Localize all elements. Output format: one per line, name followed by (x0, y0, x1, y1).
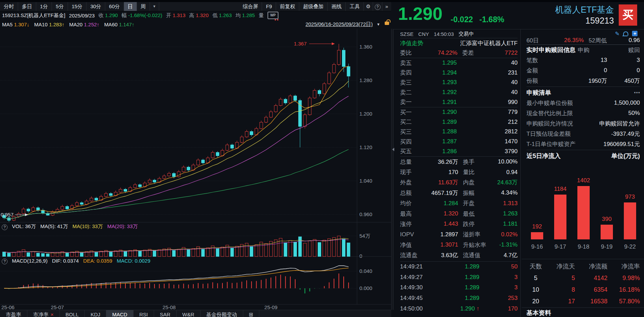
panel-collapse-handle[interactable] (391, 29, 394, 310)
add-plus-icon[interactable]: + (632, 31, 638, 36)
toolbar-actions: 综合屏F9前复权超级叠加画线工具 (239, 2, 364, 11)
ma-value: 1.307↓ (14, 22, 29, 27)
level-price: 1.290 (419, 109, 486, 116)
close-icon[interactable]: × (51, 312, 54, 317)
kline-chart[interactable]: 1.3601.2801.2001.1201.0400.96054万00.0400… (0, 0, 391, 317)
list-label: T-1日单位申赎资产 (526, 140, 576, 148)
level-price: 1.288 (419, 128, 486, 135)
period-tab-周[interactable]: 周 (137, 2, 150, 11)
ma-label: MA10 (34, 22, 49, 27)
toolbar-action-工具[interactable]: 工具 (346, 2, 364, 11)
period-tab-多日[interactable]: 多日 (18, 2, 36, 11)
tab-BOLL[interactable]: BOLL (60, 310, 85, 317)
ask-row[interactable]: 卖一1.291990 (400, 97, 518, 107)
weibi-row: 委比 74.22% 委差 7722 (400, 48, 518, 58)
settings-button[interactable]: ⚙ (364, 2, 373, 11)
tab-MACD[interactable]: MACD (106, 310, 133, 317)
toolbar-action-综合屏[interactable]: 综合屏 (239, 2, 262, 11)
fund-name: 机器人ETF基金 (555, 4, 614, 15)
ask-row[interactable]: 卖四1.294231 (400, 68, 518, 78)
macd-title: MACD(12,26,9) (12, 258, 47, 264)
basic-info-title[interactable]: 基本资料 (526, 309, 551, 317)
flow-bar (577, 186, 590, 239)
toolbar-action-前复权[interactable]: 前复权 (276, 2, 299, 11)
svg-text:1.360: 1.360 (359, 44, 372, 50)
bid-row[interactable]: 买四1.2871470 (400, 137, 518, 147)
ma-value: 1.252↑ (84, 22, 99, 27)
stat-value: 1.320 (421, 210, 458, 217)
wp-monitor-icon[interactable]: WP (268, 12, 278, 19)
list-value: 50% (628, 110, 640, 117)
tab-市盈率[interactable]: 市盈率 (0, 310, 27, 317)
period-tab-5分[interactable]: 5分 (52, 2, 68, 11)
tick-time: 14:49:21 (400, 263, 429, 270)
vol-ma-item: MA(10): 33万 (72, 223, 103, 230)
table-cell: 9.98% (607, 275, 640, 282)
tab-市净率[interactable]: 市净率× (27, 310, 60, 317)
ellipsis-icon[interactable]: ⋯ (634, 89, 640, 96)
vol-help-icon[interactable]: ? (2, 224, 8, 230)
nav-trend-row[interactable]: 净值走势 汇添富中证机器人ETF (400, 38, 518, 48)
tab-基金份额变动[interactable]: 基金份额变动 (201, 310, 243, 317)
macd-help-icon[interactable]: ? (2, 259, 8, 264)
level-qty: 1470 (486, 138, 518, 145)
date-range-link[interactable]: 2025/06/16-2025/09/23(72日) (305, 20, 373, 29)
toolbar-action-画线[interactable]: 画线 (328, 2, 346, 11)
creation-list-header[interactable]: 申赎清单 ⋯ (526, 88, 640, 98)
ask-row[interactable]: 卖二1.29240 (400, 88, 518, 97)
period-dropdown[interactable]: ▼ (150, 2, 159, 11)
weibi-value: 74.22% (417, 50, 457, 56)
period-tabs: 分时多日1分5分15分30分60分日周 (0, 2, 150, 11)
period-tab-分时[interactable]: 分时 (0, 2, 18, 11)
stat-label: 均价 (400, 199, 421, 207)
tick-price: 1.289 (429, 274, 486, 281)
stat-label: 净值 (400, 241, 421, 249)
ask-row[interactable]: 卖三1.29340 (400, 78, 518, 88)
toolbar-action-F9[interactable]: F9 (262, 2, 276, 11)
tab-KDJ[interactable]: KDJ (85, 310, 106, 317)
period-tab-15分[interactable]: 15分 (68, 2, 87, 11)
subscription-col-label: 申购 (578, 46, 607, 54)
period-tab-1分[interactable]: 1分 (36, 2, 52, 11)
flow-bar (601, 225, 613, 239)
divider (522, 259, 644, 259)
buy-button[interactable]: 买 (619, 4, 637, 26)
tab-RSI[interactable]: RSI (134, 310, 154, 317)
bid-row[interactable]: 买一1.290779 (400, 107, 518, 117)
stat-value: 24.63万 (489, 179, 518, 186)
bid-row[interactable]: 买五1.2863790 (400, 146, 518, 156)
list-label: 现金替代比例上限 (526, 109, 573, 117)
bid-row[interactable]: 买二1.289212 (400, 117, 518, 127)
ohlc-field: 幅 -1.68%(-0.022) (122, 12, 162, 19)
tab-W&R[interactable]: W&R (177, 310, 201, 317)
toolbar-action-超级叠加[interactable]: 超级叠加 (299, 2, 328, 11)
table-cell: 5 (526, 275, 545, 282)
exchange-label: SZSE (400, 31, 413, 37)
stat-label: 现手 (400, 168, 421, 176)
stat-label: 跌停 (463, 220, 489, 228)
realtime-row: 份额1950万450万 (526, 76, 640, 86)
unlock-icon[interactable] (385, 22, 389, 25)
level-price: 1.287 (419, 138, 486, 145)
bid-row[interactable]: 买三1.2882812 (400, 127, 518, 137)
level-label: 买二 (400, 118, 419, 126)
stat-value: -1.31% (489, 241, 518, 248)
alert-bell-icon[interactable] (623, 31, 628, 36)
ask-row[interactable]: 卖五1.29540 (400, 58, 518, 68)
svg-text:25-08: 25-08 (163, 304, 176, 310)
add-indicator-button[interactable]: ⊞ (243, 310, 260, 317)
range-dropdown-icon[interactable]: ▼ (376, 20, 380, 29)
period-tab-60分[interactable]: 60分 (105, 2, 124, 11)
tab-SAR[interactable]: SAR (154, 310, 177, 317)
vol-ma-value: MA(10): 33万 (72, 223, 103, 229)
help-button[interactable]: ? (373, 2, 382, 11)
redemption-col-label: 赎回 (607, 46, 640, 54)
flow-bar (554, 195, 566, 239)
period-tab-30分[interactable]: 30分 (86, 2, 105, 11)
edit-pencil-icon[interactable]: ✎ (615, 30, 619, 37)
ohlc-field: 收 1.290 (98, 12, 118, 19)
stat-label: 换手 (463, 158, 489, 166)
flow-bar-value: 973 (616, 194, 644, 200)
period-tab-日[interactable]: 日 (124, 2, 137, 11)
more-button[interactable]: » (382, 2, 391, 11)
